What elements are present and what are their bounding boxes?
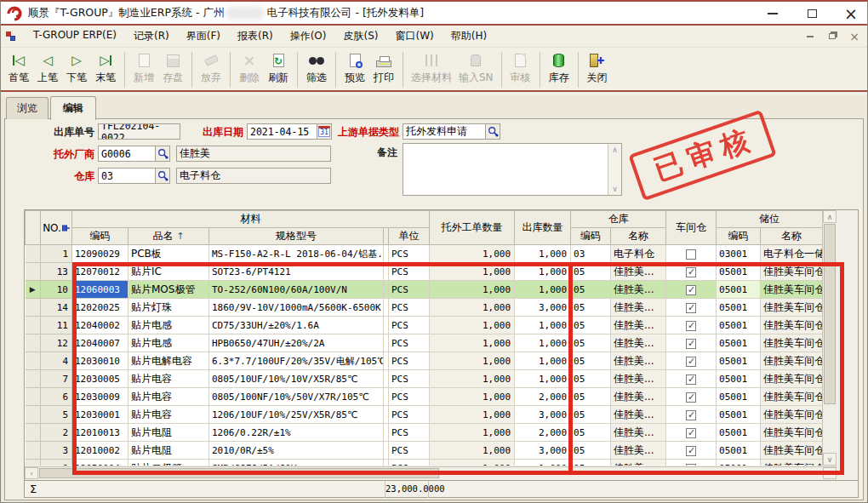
header-code[interactable]: 编码 [72, 228, 128, 245]
cell-name[interactable]: PCB板 [128, 245, 209, 263]
cell-workshop[interactable] [666, 460, 717, 466]
cell-wh-name[interactable]: 佳胜美... [611, 388, 666, 406]
cell-name[interactable]: 贴片灯珠 [128, 299, 209, 317]
header-spec[interactable]: 规格型号 [209, 228, 384, 245]
vertical-scrollbar[interactable]: ∧ ∨ [822, 210, 837, 466]
cell-issue-qty[interactable]: 1,000 [515, 263, 571, 281]
binoculars-button[interactable]: 筛选 [302, 49, 331, 90]
cell-no[interactable]: 11 [41, 317, 72, 334]
cell-no[interactable]: 2 [41, 424, 72, 442]
table-row[interactable]: 412030010贴片电解电容6.3*7.7/100UF/20%/35V/电解/… [26, 352, 823, 370]
cell-workshop[interactable] [666, 334, 717, 352]
cell-unit[interactable]: PCS [389, 352, 430, 370]
cell-unit[interactable]: PCS [389, 424, 430, 442]
cell-unit[interactable]: PCS [389, 406, 430, 424]
cell-order-qty[interactable]: 1,000 [430, 281, 515, 299]
cell-loc-name[interactable]: 佳胜美车间仓 [761, 406, 823, 424]
cell-indicator[interactable] [26, 406, 41, 424]
cell-loc-name[interactable]: 佳胜美车间仓 [761, 299, 823, 317]
table-row[interactable]: 1212040007贴片电感HPB0650/47UH/±20%/2APCS1,0… [26, 334, 823, 352]
cell-order-qty[interactable]: 1,000 [430, 424, 515, 442]
cell-wh-code[interactable]: 05 [571, 460, 611, 466]
cell-indicator[interactable] [26, 334, 41, 352]
cell-order-qty[interactable]: 1,000 [430, 460, 515, 466]
table-row[interactable]: 912050004贴片二极管SMB/SSF6/5A/60VPCS1,0001,0… [26, 460, 823, 466]
table-row[interactable]: 512030001贴片电容1206/10UF/10%/25V/X5R/85℃PC… [26, 406, 823, 424]
cell-code[interactable]: 12030005 [72, 370, 128, 388]
cell-spec[interactable]: SOT23-6/PT4121 [209, 263, 384, 281]
cell-wh-name[interactable]: 佳胜美... [611, 281, 666, 299]
inventory-barrel-button[interactable]: 库存 [545, 49, 574, 90]
cell-indicator[interactable] [26, 370, 41, 388]
cell-loc_code[interactable]: 05001 [717, 460, 761, 466]
cell-indicator[interactable] [26, 299, 41, 317]
scroll-down-icon[interactable]: ∨ [608, 183, 621, 195]
cell-unit[interactable]: PCS [389, 317, 430, 334]
cell-no[interactable]: 12 [41, 334, 72, 352]
mdi-restore-button[interactable] [826, 31, 838, 43]
tab-browse[interactable]: 浏览 [6, 97, 49, 119]
horizontal-scrollbar[interactable]: ‹ › [25, 466, 837, 479]
cell-spec[interactable]: 1860/9V-10V/1000mA/5600K-6500K... [209, 299, 384, 317]
cell-indicator[interactable] [26, 245, 41, 263]
mdi-close-button[interactable]: × [848, 31, 860, 43]
cell-loc-name[interactable]: 佳胜美车间仓 [761, 281, 823, 299]
cell-workshop[interactable] [666, 442, 717, 460]
cell-loc_code[interactable]: 05001 [717, 299, 761, 317]
cell-workshop[interactable] [666, 299, 717, 317]
cell-spec[interactable]: CD75/33UH/±20%/1.6A [209, 317, 384, 334]
cell-wh-code[interactable]: 05 [571, 317, 611, 334]
close-button[interactable]: × [842, 4, 860, 23]
cell-order-qty[interactable]: 1,000 [430, 334, 515, 352]
scroll-right-icon[interactable]: › [823, 467, 837, 479]
header-group-material[interactable]: 材料 [72, 211, 430, 228]
cell-wh-code[interactable]: 05 [571, 442, 611, 460]
cell-issue-qty[interactable]: 1,000 [515, 460, 571, 466]
cell-loc-name[interactable]: 佳胜美车间仓 [761, 370, 823, 388]
menu-item[interactable]: T-GROUP ERP(E) [25, 26, 125, 46]
cell-order-qty[interactable]: 1,000 [430, 406, 515, 424]
workshop-checkbox[interactable] [686, 339, 696, 349]
cell-no[interactable]: 1 [41, 245, 72, 263]
cell-wh-code[interactable]: 05 [571, 406, 611, 424]
preview-button[interactable]: 预览 [340, 49, 369, 90]
cell-spec[interactable]: 1206/10UF/10%/25V/X5R/85℃ [209, 406, 384, 424]
cell-unit[interactable]: PCS [389, 460, 430, 466]
cell-no[interactable]: 3 [41, 442, 72, 460]
cell-code[interactable]: 12050004 [72, 460, 128, 466]
maximize-button[interactable] [802, 4, 821, 23]
cell-indicator[interactable] [26, 317, 41, 334]
cell-issue-qty[interactable]: 1,000 [515, 334, 571, 352]
remark-scrollbar[interactable]: ∧ ∨ [608, 144, 621, 195]
workshop-checkbox[interactable] [686, 464, 696, 466]
workshop-checkbox[interactable] [686, 249, 696, 260]
cell-code[interactable]: 12060003 [72, 281, 128, 299]
cell-spec[interactable]: HPB0650/47UH/±20%/2A [209, 334, 384, 352]
cell-name[interactable]: 贴片电容 [128, 388, 209, 406]
cell-loc-name[interactable]: 佳胜美车间仓 [761, 263, 823, 281]
cell-issue-qty[interactable]: 1,000 [515, 317, 571, 334]
cell-code[interactable]: 12030009 [72, 388, 128, 406]
cell-no[interactable]: 10 [41, 281, 72, 299]
cell-wh-code[interactable]: 05 [571, 299, 611, 317]
cell-issue-qty[interactable]: 3,000 [515, 406, 571, 424]
cell-code[interactable]: 12020025 [72, 299, 128, 317]
menu-item[interactable]: 报表(R) [229, 26, 282, 46]
cell-order-qty[interactable]: 1,000 [430, 370, 515, 388]
cell-wh-code[interactable]: 05 [571, 370, 611, 388]
cell-unit[interactable]: PCS [389, 388, 430, 406]
cell-loc_code[interactable]: 05001 [717, 263, 761, 281]
nav-next-button[interactable]: ▷下笔 [62, 49, 91, 90]
lookup-button[interactable] [155, 146, 169, 161]
cell-spec[interactable]: 6.3*7.7/100UF/20%/35V/电解/105℃ [209, 352, 384, 370]
cell-wh-code[interactable]: 05 [571, 352, 611, 370]
cell-wh-code[interactable]: 05 [571, 334, 611, 352]
cell-workshop[interactable] [666, 424, 717, 442]
cell-loc_code[interactable]: 05001 [717, 334, 761, 352]
table-row[interactable]: 1412020025贴片灯珠1860/9V-10V/1000mA/5600K-6… [26, 299, 823, 317]
cell-spec[interactable]: 0805/100NF/10%/50V/X7R/105℃ [209, 388, 384, 406]
cell-unit[interactable]: PCS [389, 245, 430, 263]
workshop-checkbox[interactable] [686, 392, 696, 403]
cell-indicator[interactable] [26, 424, 41, 442]
horizontal-scroll-thumb[interactable] [39, 468, 439, 478]
